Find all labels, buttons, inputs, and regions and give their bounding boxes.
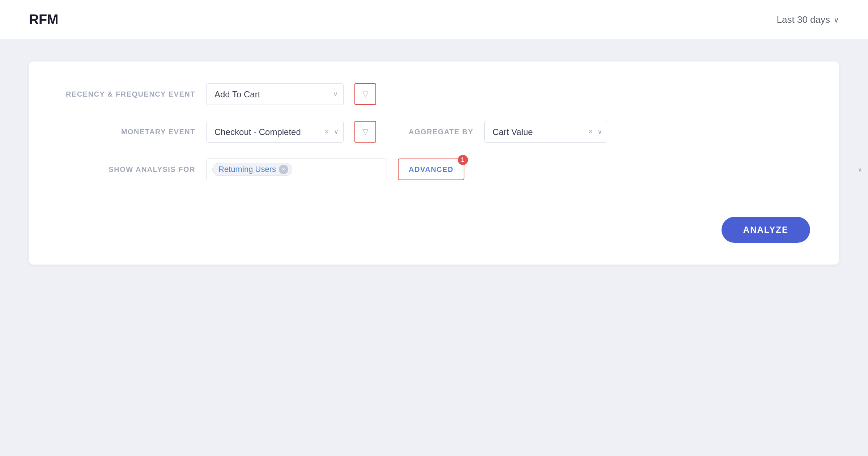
recency-label: RECENCY & FREQUENCY EVENT	[58, 90, 195, 98]
recency-select-wrapper: Add To Cart ∨	[206, 83, 344, 105]
monetary-filter-button[interactable]: ▽	[354, 121, 376, 143]
aggregate-select-wrapper: Cart Value × ∨	[484, 121, 607, 143]
config-panel: RECENCY & FREQUENCY EVENT Add To Cart ∨ …	[29, 62, 839, 265]
recency-row: RECENCY & FREQUENCY EVENT Add To Cart ∨ …	[58, 83, 810, 105]
chevron-down-icon: ∨	[834, 16, 839, 24]
main-content: RECENCY & FREQUENCY EVENT Add To Cart ∨ …	[0, 40, 868, 456]
form-rows: RECENCY & FREQUENCY EVENT Add To Cart ∨ …	[58, 83, 810, 180]
date-filter-button[interactable]: Last 30 days ∨	[777, 14, 839, 25]
advanced-badge: 1	[458, 155, 468, 165]
returning-users-tag: Returning Users ×	[212, 163, 292, 176]
monetary-select-wrapper: Checkout - Completed × ∨	[206, 121, 344, 143]
monetary-row: MONETARY EVENT Checkout - Completed × ∨ …	[58, 121, 810, 143]
monetary-clear-icon[interactable]: ×	[324, 127, 329, 136]
filter-icon: ▽	[362, 89, 369, 99]
analyze-button[interactable]: ANALYZE	[722, 217, 810, 243]
recency-select[interactable]: Add To Cart	[206, 83, 344, 105]
advanced-label: ADVANCED	[409, 165, 454, 174]
analysis-chevron-icon: ∨	[858, 165, 862, 173]
analysis-select[interactable]: Returning Users × ∨	[206, 159, 387, 180]
monetary-select[interactable]: Checkout - Completed	[206, 121, 344, 143]
tag-label: Returning Users	[218, 165, 276, 174]
aggregate-clear-icon[interactable]: ×	[588, 127, 593, 136]
analysis-row: SHOW ANALYSIS FOR Returning Users × ∨ AD…	[58, 159, 810, 180]
top-bar: RFM Last 30 days ∨	[0, 0, 868, 40]
filter-icon-2: ▽	[362, 127, 369, 136]
analysis-label: SHOW ANALYSIS FOR	[58, 165, 195, 174]
tag-close-icon[interactable]: ×	[279, 165, 288, 174]
date-filter-label: Last 30 days	[777, 14, 830, 25]
bottom-panel: ANALYZE	[58, 202, 810, 243]
advanced-button[interactable]: ADVANCED 1	[398, 159, 464, 180]
aggregate-label: AGGREGATE BY	[409, 128, 473, 136]
recency-filter-button[interactable]: ▽	[354, 83, 376, 105]
monetary-label: MONETARY EVENT	[58, 128, 195, 136]
page-title: RFM	[29, 12, 58, 28]
